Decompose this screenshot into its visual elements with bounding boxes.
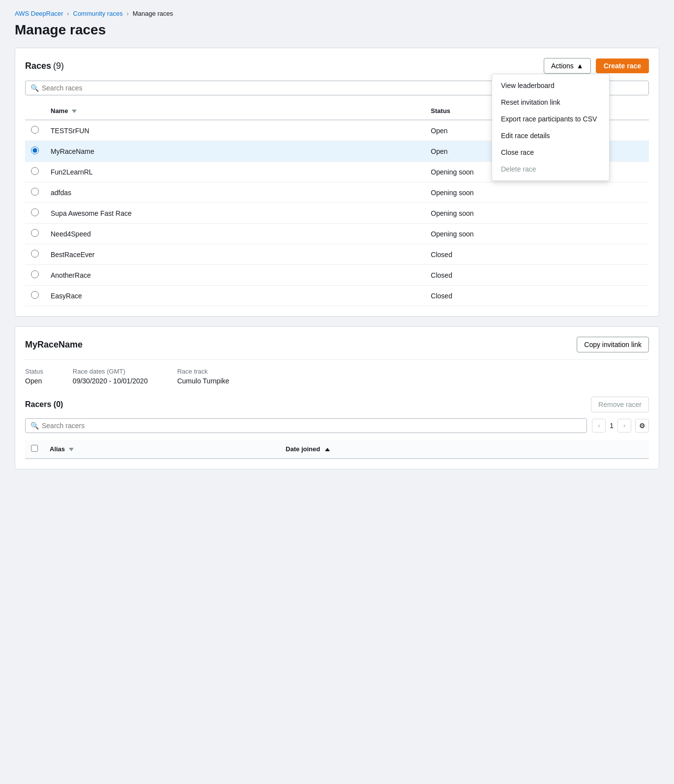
- table-row[interactable]: EasyRace Closed: [25, 286, 649, 306]
- dropdown-item[interactable]: Export race participants to CSV: [492, 111, 609, 127]
- select-all-checkbox[interactable]: [31, 445, 38, 452]
- breadcrumb-sep1: ›: [67, 10, 69, 17]
- race-status-cell: Opening soon: [425, 203, 649, 224]
- col-name: Name: [45, 102, 425, 120]
- radio-cell: [25, 286, 45, 306]
- actions-arrow-icon: ▲: [577, 62, 584, 70]
- race-name-cell: TESTSrFUN: [45, 120, 425, 141]
- racers-search-bar: 🔍: [25, 418, 587, 433]
- races-card-header: Races (9) Actions ▲ View leaderboardRese…: [25, 58, 649, 74]
- racers-header: Racers (0) Remove racer: [25, 397, 649, 412]
- pagination: ‹ 1 › ⚙: [592, 419, 649, 433]
- breadcrumb-level2: Manage races: [133, 10, 173, 17]
- race-radio[interactable]: [31, 167, 39, 175]
- dropdown-item[interactable]: Reset invitation link: [492, 94, 609, 111]
- race-status-cell: Closed: [425, 286, 649, 306]
- race-radio[interactable]: [31, 291, 39, 299]
- page-number: 1: [610, 422, 614, 430]
- table-row[interactable]: AnotherRace Closed: [25, 265, 649, 286]
- meta-status: Status Open: [25, 368, 43, 385]
- track-label: Race track: [177, 368, 229, 375]
- races-card: Races (9) Actions ▲ View leaderboardRese…: [15, 48, 659, 317]
- header-actions: Actions ▲ View leaderboardReset invitati…: [544, 58, 649, 74]
- racers-table: Alias Date joined: [25, 440, 649, 459]
- race-radio[interactable]: [31, 250, 39, 258]
- race-name-cell: Supa Awesome Fast Race: [45, 203, 425, 224]
- detail-card: MyRaceName Copy invitation link Status O…: [15, 326, 659, 469]
- race-name-cell: AnotherRace: [45, 265, 425, 286]
- race-radio[interactable]: [31, 208, 39, 216]
- race-name-cell: Need4Speed: [45, 224, 425, 244]
- radio-cell: [25, 182, 45, 203]
- dropdown-item[interactable]: Edit race details: [492, 127, 609, 144]
- race-name-cell: EasyRace: [45, 286, 425, 306]
- detail-meta: Status Open Race dates (GMT) 09/30/2020 …: [25, 368, 649, 385]
- racers-search-icon: 🔍: [30, 422, 39, 430]
- breadcrumb: AWS DeepRacer › Community races › Manage…: [15, 10, 659, 17]
- race-status-cell: Opening soon: [425, 182, 649, 203]
- name-sort-icon: [72, 110, 77, 113]
- meta-track: Race track Cumulo Turnpike: [177, 368, 229, 385]
- dates-value: 09/30/2020 - 10/01/2020: [73, 377, 148, 385]
- breadcrumb-sep2: ›: [127, 10, 129, 17]
- race-radio[interactable]: [31, 188, 39, 196]
- date-sort-icon: [325, 448, 330, 451]
- radio-cell: [25, 162, 45, 182]
- radio-cell: [25, 265, 45, 286]
- race-name-cell: MyRaceName: [45, 141, 425, 162]
- dropdown-item: Delete race: [492, 161, 609, 177]
- race-radio[interactable]: [31, 146, 39, 154]
- table-row[interactable]: Need4Speed Opening soon: [25, 224, 649, 244]
- race-status-cell: Closed: [425, 265, 649, 286]
- races-title-text: Races: [25, 61, 51, 71]
- table-row[interactable]: Supa Awesome Fast Race Opening soon: [25, 203, 649, 224]
- radio-cell: [25, 203, 45, 224]
- actions-dropdown: View leaderboardReset invitation linkExp…: [492, 74, 610, 181]
- racers-search-input[interactable]: [42, 422, 582, 430]
- radio-cell: [25, 120, 45, 141]
- remove-racer-button[interactable]: Remove racer: [591, 397, 649, 412]
- col-date-joined: Date joined: [280, 440, 649, 459]
- prev-page-button[interactable]: ‹: [592, 419, 606, 433]
- dropdown-item[interactable]: Close race: [492, 144, 609, 161]
- search-icon: 🔍: [30, 84, 39, 92]
- dropdown-item[interactable]: View leaderboard: [492, 77, 609, 94]
- race-name-cell: BestRaceEver: [45, 244, 425, 265]
- detail-header: MyRaceName Copy invitation link: [25, 337, 649, 360]
- settings-button[interactable]: ⚙: [635, 419, 649, 433]
- col-radio: [25, 102, 45, 120]
- race-status-cell: Opening soon: [425, 224, 649, 244]
- status-label: Status: [25, 368, 43, 375]
- col-checkbox: [25, 440, 44, 459]
- actions-button[interactable]: Actions ▲: [544, 58, 591, 74]
- race-name-cell: adfdas: [45, 182, 425, 203]
- table-row[interactable]: adfdas Opening soon: [25, 182, 649, 203]
- race-radio[interactable]: [31, 270, 39, 278]
- races-count: (9): [53, 61, 64, 71]
- race-status-cell: Closed: [425, 244, 649, 265]
- races-title: Races (9): [25, 61, 64, 71]
- meta-dates: Race dates (GMT) 09/30/2020 - 10/01/2020: [73, 368, 148, 385]
- page-title: Manage races: [15, 22, 659, 38]
- breadcrumb-root[interactable]: AWS DeepRacer: [15, 10, 63, 17]
- alias-sort-icon: [69, 448, 74, 451]
- racers-search-row: 🔍 ‹ 1 › ⚙: [25, 418, 649, 433]
- race-name-cell: Fun2LearnRL: [45, 162, 425, 182]
- copy-invitation-button[interactable]: Copy invitation link: [577, 337, 649, 352]
- racers-count: (0): [54, 400, 63, 408]
- dates-label: Race dates (GMT): [73, 368, 148, 375]
- next-page-button[interactable]: ›: [617, 419, 631, 433]
- table-row[interactable]: BestRaceEver Closed: [25, 244, 649, 265]
- col-alias: Alias: [44, 440, 280, 459]
- status-value: Open: [25, 377, 42, 385]
- actions-label: Actions: [551, 62, 574, 70]
- track-value: Cumulo Turnpike: [177, 377, 229, 385]
- race-radio[interactable]: [31, 229, 39, 237]
- race-radio[interactable]: [31, 126, 39, 134]
- breadcrumb-level1[interactable]: Community races: [73, 10, 123, 17]
- create-race-button[interactable]: Create race: [596, 58, 649, 73]
- radio-cell: [25, 141, 45, 162]
- detail-race-name: MyRaceName: [25, 340, 83, 350]
- radio-cell: [25, 244, 45, 265]
- racers-title: Racers (0): [25, 400, 63, 409]
